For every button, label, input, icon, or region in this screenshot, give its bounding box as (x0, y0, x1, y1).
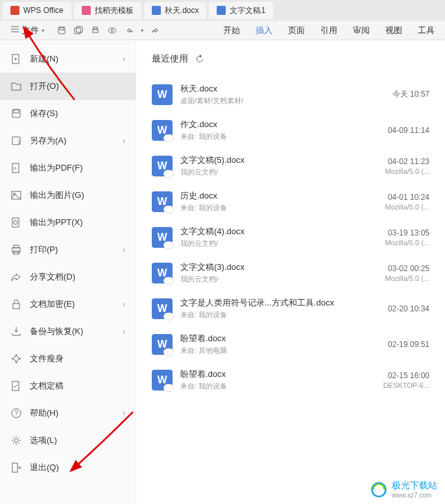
settings-icon (10, 435, 22, 446)
menu-item-lock[interactable]: 文档加密(E)› (0, 291, 136, 318)
svg-rect-4 (93, 29, 98, 32)
undo-icon[interactable] (124, 25, 134, 36)
preview-icon[interactable] (107, 25, 117, 36)
menu-item-check[interactable]: 文档定稿 (0, 372, 136, 400)
ribbon-tab-工具[interactable]: 工具 (418, 25, 435, 36)
sparkle-icon (10, 353, 22, 365)
chevron-down-icon[interactable]: ▾ (141, 27, 144, 34)
menu-label: 打开(O) (30, 80, 59, 92)
file-date: 04-01 10:24 (385, 193, 429, 202)
save-as-icon (10, 135, 22, 147)
chevron-right-icon: › (123, 327, 125, 336)
word-file-icon: W (152, 370, 173, 390)
ribbon-tab-页面[interactable]: 页面 (288, 25, 305, 36)
app-tab[interactable]: 找稻壳模板 (74, 2, 141, 19)
menu-item-ppt[interactable]: 输出为PPT(X) (0, 209, 136, 236)
recent-file-item[interactable]: W盼望着.docx来自: 其他电脑02-19 09:51 (152, 326, 429, 362)
file-extra: Mozilla/5.0 (... (385, 167, 429, 175)
svg-point-17 (14, 221, 18, 224)
svg-point-24 (16, 416, 17, 416)
save-icon[interactable] (56, 25, 67, 36)
recent-file-item[interactable]: W盼望着.docx来自: 我的设备02-15 16:00DESKTOP-6... (152, 362, 429, 398)
recent-file-item[interactable]: W文字文稿(3).docx我的云文档/03-02 00:25Mozilla/5.… (152, 255, 429, 291)
menu-item-print[interactable]: 打印(P)› (0, 236, 136, 263)
watermark-url: www.xz7.com (392, 492, 437, 499)
recent-file-item[interactable]: W文字文稿(4).docx我的云文档/03-19 13:05Mozilla/5.… (152, 219, 429, 255)
recent-file-item[interactable]: W文字文稿(5).docx我的云文档/04-02 11:23Mozilla/5.… (152, 148, 429, 184)
lock-icon (10, 298, 22, 310)
file-date: 03-19 13:05 (385, 228, 429, 237)
file-name: 文字文稿(3).docx (180, 261, 378, 273)
menu-item-sparkle[interactable]: 文件瘦身 (0, 345, 136, 372)
file-name: 文字是人类用符号记录...方式和工具.docx (180, 297, 380, 309)
word-file-icon: W (152, 156, 173, 176)
file-name: 文字文稿(5).docx (180, 154, 378, 166)
menu-label: 文档加密(E) (30, 298, 75, 310)
ribbon-tabs: 开始插入页面引用审阅视图工具 (223, 25, 440, 36)
app-tab[interactable]: 文字文稿1 (209, 2, 273, 19)
menu-item-save-as[interactable]: 另存为(A)› (0, 127, 136, 154)
save-as-icon[interactable] (73, 25, 84, 36)
recent-file-item[interactable]: W秋天.docx桌面/素材/文档素材/今天 10:57 (152, 77, 429, 112)
help-icon (10, 407, 22, 419)
pdf-icon: P (10, 162, 22, 174)
ppt-icon (10, 217, 22, 228)
svg-rect-26 (12, 463, 18, 472)
recent-file-item[interactable]: W文字是人类用符号记录...方式和工具.docx来自: 我的设备02-20 10… (152, 291, 429, 326)
plus-page-icon (10, 53, 22, 65)
file-name: 盼望着.docx (180, 333, 380, 344)
menu-item-backup[interactable]: 备份与恢复(K)› (0, 318, 136, 345)
file-extra: Mozilla/5.0 (... (385, 274, 429, 282)
file-name: 文字文稿(4).docx (180, 226, 378, 237)
file-list: W秋天.docx桌面/素材/文档素材/今天 10:57W作文.docx来自: 我… (152, 77, 429, 398)
ribbon-tab-视图[interactable]: 视图 (385, 25, 402, 36)
word-file-icon: W (152, 120, 173, 141)
recent-file-item[interactable]: W历史.docx来自: 我的设备04-01 10:24Mozilla/5.0 (… (152, 184, 429, 219)
file-meta: 来自: 我的设备 (180, 381, 376, 391)
menu-item-help[interactable]: 帮助(H)› (0, 400, 136, 427)
word-file-icon: W (152, 298, 173, 319)
toolbar: 文件 ▾ ▾ 开始插入页面引用审阅视图工具 (0, 21, 445, 40)
menu-item-save[interactable]: 保存(S) (0, 100, 136, 127)
svg-point-23 (12, 409, 21, 418)
menu-item-pdf[interactable]: P输出为PDF(F) (0, 154, 136, 182)
watermark-name: 极光下载站 (392, 480, 437, 492)
tab-icon (82, 6, 91, 15)
svg-point-25 (14, 438, 18, 442)
watermark-logo-icon (370, 481, 388, 499)
print-icon[interactable] (90, 25, 101, 36)
menu-label: 退出(Q) (30, 462, 59, 474)
ribbon-tab-插入[interactable]: 插入 (256, 25, 272, 36)
svg-rect-3 (77, 27, 82, 32)
ribbon-tab-开始[interactable]: 开始 (223, 25, 240, 36)
menu-label: 帮助(H) (30, 407, 58, 419)
word-file-icon: W (152, 227, 173, 248)
file-name: 盼望着.docx (180, 368, 376, 380)
file-extra: DESKTOP-6... (383, 381, 429, 389)
redo-icon[interactable] (150, 25, 161, 36)
menu-label: 输出为PDF(F) (30, 162, 83, 174)
menu-item-settings[interactable]: 选项(L) (0, 427, 136, 454)
ribbon-tab-审阅[interactable]: 审阅 (353, 25, 370, 36)
watermark: 极光下载站 www.xz7.com (370, 480, 437, 499)
refresh-icon[interactable] (195, 54, 205, 64)
file-menu-button[interactable]: 文件 ▾ (5, 23, 50, 38)
file-menu-label: 文件 (22, 25, 39, 36)
recent-file-item[interactable]: W作文.docx来自: 我的设备04-09 11:14 (152, 112, 429, 148)
svg-rect-19 (14, 245, 19, 248)
image-icon (10, 189, 22, 201)
menu-item-share[interactable]: 分享文档(D) (0, 263, 136, 291)
app-tab[interactable]: WPS Office (3, 2, 71, 19)
menu-item-image[interactable]: 输出为图片(G) (0, 182, 136, 209)
file-meta: 我的云文档/ (180, 274, 378, 284)
menu-item-exit[interactable]: 退出(Q) (0, 454, 136, 481)
menu-item-plus-page[interactable]: 新建(N)› (0, 45, 136, 73)
ribbon-tab-引用[interactable]: 引用 (320, 25, 337, 36)
app-tab[interactable]: 秋天.docx (144, 2, 207, 19)
file-extra: Mozilla/5.0 (... (385, 239, 429, 246)
menu-item-folder[interactable]: 打开(O) (0, 73, 136, 100)
svg-rect-1 (60, 27, 64, 30)
file-extra: Mozilla/5.0 (... (385, 203, 429, 211)
tab-label: 文字文稿1 (230, 5, 265, 16)
file-date: 04-09 11:14 (388, 126, 429, 135)
